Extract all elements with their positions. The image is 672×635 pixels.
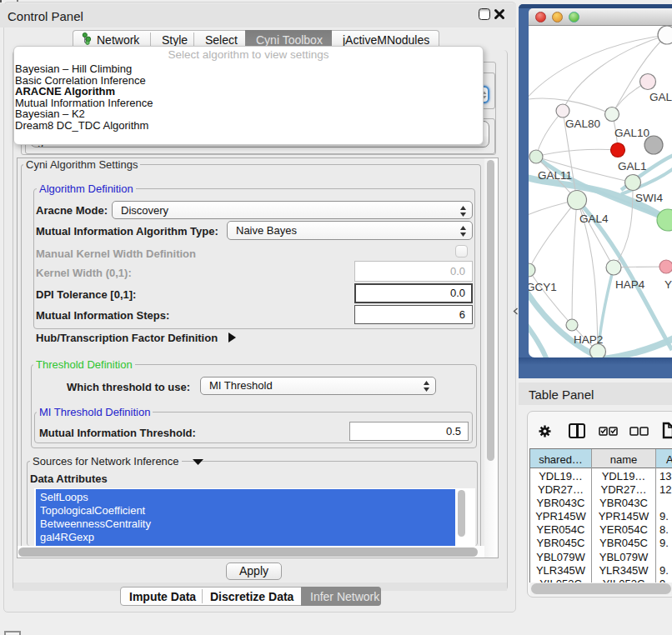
svg-text:GAL10: GAL10	[614, 127, 649, 139]
svg-text:HAP2: HAP2	[574, 333, 603, 346]
svg-text:GAL2: GAL2	[649, 91, 672, 103]
svg-text:HAP4: HAP4	[615, 278, 645, 291]
svg-text:GAL80: GAL80	[565, 118, 600, 130]
svg-text:GCY1: GCY1	[529, 281, 557, 293]
svg-text:GAL4: GAL4	[579, 212, 609, 225]
svg-text:YJ: YJ	[664, 278, 672, 291]
svg-text:SWI4: SWI4	[635, 192, 663, 204]
svg-text:GAL1: GAL1	[618, 160, 647, 172]
svg-text:GAL11: GAL11	[538, 169, 572, 182]
